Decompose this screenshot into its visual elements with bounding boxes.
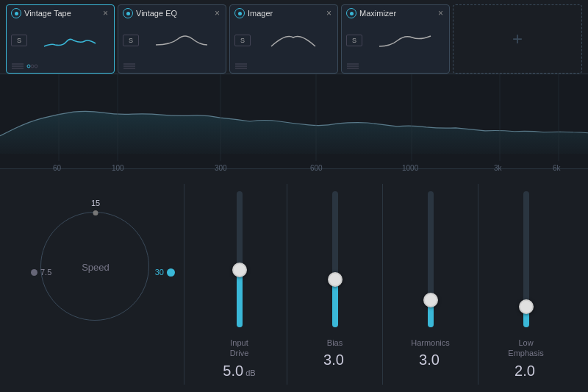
plugin-controls: S: [234, 21, 333, 60]
close-button[interactable]: ×: [101, 8, 110, 18]
plugin-name: Imager: [248, 9, 322, 18]
svg-point-3: [27, 65, 30, 68]
plugin-strip: Vintage Tape × S Vintage EQ × S: [0, 0, 588, 74]
svg-point-5: [35, 65, 37, 68]
s-icon[interactable]: S: [123, 35, 139, 46]
power-button[interactable]: [234, 8, 245, 18]
fader-handle-input-drive[interactable]: [232, 263, 247, 277]
knob-center-label: Speed: [82, 262, 110, 273]
s-icon[interactable]: S: [346, 35, 362, 46]
plugin-viz: [30, 30, 110, 51]
plugin-footer: [234, 61, 333, 70]
fader-low-emphasis: LowEmphasis 2.0: [478, 184, 573, 385]
plugin-controls: S: [11, 21, 110, 60]
plugin-name: Vintage EQ: [136, 9, 210, 18]
plugin-controls: S: [123, 21, 221, 60]
fader-label-bias: Bias: [327, 338, 343, 348]
fader-track-harmonics[interactable]: [428, 191, 434, 327]
plugin-header: Maximizer ×: [346, 8, 445, 18]
plugin-footer: [346, 61, 445, 70]
fader-value-input-drive: 5.0: [223, 363, 243, 379]
s-icon[interactable]: S: [11, 35, 27, 46]
plugin-slot-vintage-tape[interactable]: Vintage Tape × S: [6, 4, 115, 74]
plugin-viz: [142, 30, 221, 51]
knob-value-right: 30: [155, 268, 164, 277]
fader-value-low-emphasis: 2.0: [514, 363, 535, 379]
knob-section: 15 Speed 7.5 30: [15, 184, 176, 385]
plugin-slot-maximizer[interactable]: Maximizer × S: [341, 4, 450, 74]
knob-value-left: 7.5: [40, 268, 51, 277]
knob-dot-left: [31, 269, 37, 276]
main-controls: 15 Speed 7.5 30 Inp: [0, 169, 588, 392]
fader-track-low-emphasis[interactable]: [523, 191, 529, 327]
spectrum-svg: [0, 74, 588, 168]
plugin-name: Vintage Tape: [24, 9, 98, 18]
knob-dot-right: [167, 268, 175, 277]
close-button[interactable]: ×: [325, 8, 333, 18]
add-plugin-button[interactable]: +: [453, 4, 582, 74]
power-button[interactable]: [123, 8, 133, 18]
fader-fill-input-drive: [237, 270, 243, 327]
knob-value-top: 15: [91, 199, 100, 207]
plugin-footer: [11, 61, 110, 70]
power-button[interactable]: [346, 8, 356, 18]
speed-knob-container[interactable]: 15 Speed 7.5 30: [37, 199, 154, 331]
fader-handle-low-emphasis[interactable]: [519, 299, 534, 314]
svg-point-4: [31, 65, 34, 68]
fader-harmonics: Harmonics 3.0: [383, 184, 478, 385]
spectrum-analyzer: 60 100 300 600 1000 3k 6k: [0, 74, 588, 169]
fader-bias: Bias 3.0: [287, 184, 383, 385]
add-icon: +: [512, 29, 523, 49]
fader-value-bias: 3.0: [323, 352, 344, 368]
plugin-controls: S: [346, 21, 445, 60]
fader-input-drive: InputDrive 5.0 dB: [192, 184, 287, 385]
plugin-slot-imager[interactable]: Imager × S: [229, 4, 338, 74]
plugin-header: Vintage Tape ×: [11, 8, 110, 18]
power-button[interactable]: [11, 8, 21, 18]
plugin-header: Vintage EQ ×: [123, 8, 221, 18]
knob-left-marker: 7.5: [31, 268, 51, 277]
fader-track-input-drive[interactable]: [237, 191, 243, 327]
plugin-header: Imager ×: [234, 8, 333, 18]
plugin-viz: [365, 30, 445, 51]
close-button[interactable]: ×: [437, 8, 445, 18]
fader-value-harmonics: 3.0: [419, 352, 440, 368]
faders-section: InputDrive 5.0 dB Bias 3.0 Harm: [184, 184, 573, 385]
fader-unit-input-drive: dB: [245, 368, 255, 377]
plugin-footer: [123, 61, 221, 70]
close-button[interactable]: ×: [213, 8, 221, 18]
fader-handle-bias[interactable]: [328, 272, 343, 287]
plugin-slot-vintage-eq[interactable]: Vintage EQ × S: [118, 4, 226, 74]
plugin-viz: [254, 30, 333, 51]
knob-indicator-dot: [93, 210, 98, 215]
fader-track-bias[interactable]: [332, 191, 338, 327]
fader-label-input-drive: InputDrive: [230, 338, 249, 359]
fader-label-harmonics: Harmonics: [411, 338, 450, 348]
plugin-name: Maximizer: [359, 9, 434, 18]
s-icon[interactable]: S: [234, 35, 251, 46]
knob-right-marker: 30: [155, 268, 175, 277]
fader-handle-harmonics[interactable]: [423, 293, 438, 307]
fader-label-low-emphasis: LowEmphasis: [508, 338, 543, 359]
